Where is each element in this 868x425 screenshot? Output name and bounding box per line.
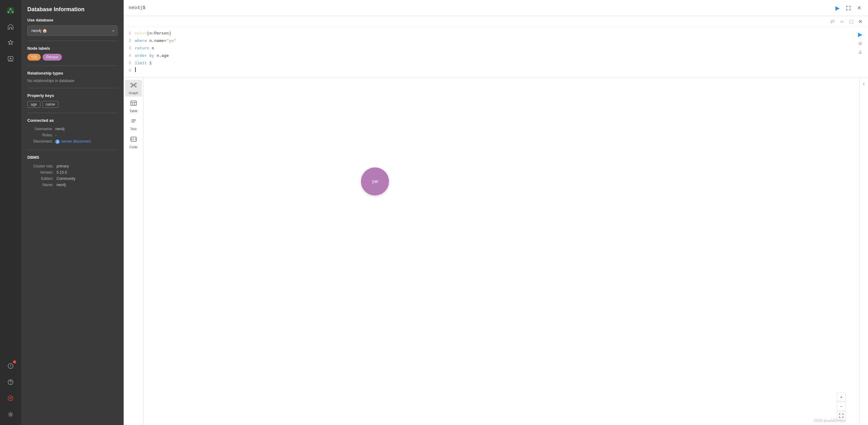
fit-graph-button[interactable] [837,411,846,420]
graph-node-yw[interactable]: yw [361,168,389,195]
svg-point-19 [131,83,132,84]
editor-header: ✕ [124,16,868,27]
relationship-types-section: Relationship types No relationships in d… [21,71,124,88]
version-value: 5.15.0 [57,170,117,175]
tab-graph[interactable]: Graph [125,80,142,97]
right-panel-toggle[interactable]: ‹ [862,80,866,87]
query-editor: ✕ 123456 match(n:Person) where n.name="y… [124,16,868,78]
edition-row: Edition: Community [28,176,117,181]
pin-button[interactable] [829,18,837,25]
run-query-button[interactable]: ▶ [834,3,842,13]
top-bar-actions: ▶ ✕ [834,3,863,13]
property-keys-title: Property keys [27,93,118,98]
sidebar-help-icon[interactable] [4,375,18,389]
graph-canvas: yw + − CSDN @wel965456yw [144,78,859,425]
property-key-age[interactable]: age [27,101,40,108]
tab-text-label: Text [130,127,136,131]
results-area: Graph Table [124,78,868,425]
db-select-wrapper: neo4j 🏠 ▾ [27,26,118,36]
connected-as-table: Username: neo4j Roles: - Disconnect: ℹ:s… [27,126,118,145]
db-select[interactable]: neo4j 🏠 [27,26,118,36]
divider-4 [27,113,118,113]
sidebar-error-icon[interactable] [4,391,18,405]
roles-row: Roles: - [27,132,118,138]
svg-point-11 [10,367,11,367]
editor-actions: ✕ [829,18,864,26]
name-label: Name: [28,182,56,188]
svg-point-20 [135,83,136,84]
tab-table-label: Table [129,109,137,113]
node-labels-title: Node labels [27,46,118,51]
roles-label: Roles: [27,132,55,138]
username-row: Username: neo4j [27,126,118,132]
collapse-button[interactable] [838,18,846,25]
svg-point-17 [10,414,11,415]
connected-as-section: Connected as Username: neo4j Roles: - Di… [21,118,124,150]
favorite-button[interactable] [856,40,864,47]
editor-expand-button[interactable] [847,18,855,25]
use-database-label: Use database [27,18,118,22]
disconnect-cell: ℹ:server disconnect [55,138,118,145]
graph-node-label: yw [372,179,378,184]
disconnect-row: Disconnect: ℹ:server disconnect [27,138,118,145]
sidebar-star-icon[interactable] [4,36,18,50]
cluster-role-row: Cluster role: primary [28,163,117,169]
name-row: Name: neo4j [28,182,117,188]
main-area: neo4j$ ▶ ✕ [124,0,868,425]
code-content[interactable]: match(n:Person) where n.name="yw" return… [135,30,856,74]
zoom-in-button[interactable]: + [837,393,846,401]
no-relationships-text: No relationships in database [27,79,118,83]
logo-icon[interactable] [4,4,18,18]
sidebar-alert-icon[interactable] [4,359,18,373]
cluster-role-label: Cluster role: [28,163,56,169]
top-bar: neo4j$ ▶ ✕ [124,0,868,16]
tab-text[interactable]: Text [125,116,142,133]
svg-rect-31 [131,137,136,141]
username-value: neo4j [55,126,118,132]
node-label-all[interactable]: *(3) [27,54,41,61]
property-key-name[interactable]: name [42,101,58,108]
editor-close-button[interactable]: ✕ [857,18,864,26]
close-editor-button[interactable]: ✕ [855,4,863,12]
node-label-chips: *(3) Person [27,54,118,61]
run-query-button-2[interactable]: ▶ [856,30,864,39]
dbms-title: DBMS [27,155,118,160]
relationship-types-title: Relationship types [27,71,118,75]
property-key-list: age name [27,101,118,108]
node-label-person[interactable]: Person [42,54,62,61]
canvas-controls: + − [837,393,846,420]
edition-label: Edition: [28,176,56,181]
neo4j-prompt: neo4j$ [129,5,145,10]
sidebar-home-icon[interactable] [4,20,18,34]
alert-badge [13,360,16,363]
expand-editor-button[interactable] [844,4,853,12]
svg-point-21 [131,86,132,87]
cluster-role-value: primary [57,163,117,169]
text-tab-icon [130,118,137,126]
divider-2 [27,65,118,66]
sidebar-play-icon[interactable] [4,52,18,66]
line-numbers: 123456 [124,30,135,74]
disconnect-link[interactable]: ℹ:server disconnect [55,139,91,144]
disconnect-icon: ℹ [55,140,60,144]
name-value: neo4j [57,182,117,188]
tab-table[interactable]: Table [125,98,142,115]
svg-rect-27 [131,101,136,105]
svg-point-18 [133,84,134,86]
sidebar-settings-icon[interactable] [4,407,18,421]
edition-value: Community [57,176,117,181]
sidebar-title: Database Information [21,0,124,18]
table-tab-icon [130,100,137,108]
svg-point-13 [10,383,11,384]
tab-code[interactable]: Code [125,134,142,151]
dbms-table: Cluster role: primary Version: 5.15.0 Ed… [27,163,118,188]
version-label: Version: [28,170,56,175]
roles-value: - [55,132,118,138]
node-labels-section: Node labels *(3) Person [21,46,124,65]
zoom-out-button[interactable]: − [837,402,846,411]
right-panel: ‹ [859,78,868,425]
download-button[interactable] [856,49,864,55]
property-keys-section: Property keys age name [21,93,124,113]
code-tab-icon [130,136,137,144]
username-label: Username: [27,126,55,132]
